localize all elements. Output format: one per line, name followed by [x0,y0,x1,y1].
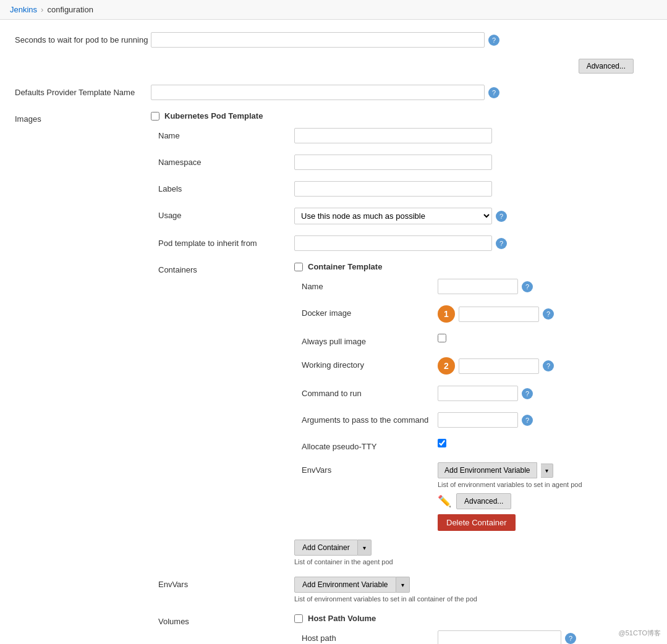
add-container-btn[interactable]: Add Container [294,540,358,556]
arguments-control: ? [438,412,652,428]
working-dir-help-icon[interactable]: ? [543,360,554,371]
images-row: Images Kubernetes Pod Template Name jnlp [15,109,652,644]
delete-container-btn[interactable]: Delete Container [438,514,516,531]
delete-container-wrap: Delete Container [438,514,582,531]
working-dir-control: 2 /home/jenkins/agent ? [438,357,652,375]
pod-template-title-text: Kubernetes Pod Template [164,111,263,121]
always-pull-row: Always pull image [302,331,652,349]
arguments-input[interactable] [438,412,518,428]
container-name-input[interactable]: jnlp [438,279,518,294]
host-path-checkbox[interactable] [294,614,303,623]
add-env-variable-btn[interactable]: Add Environment Variable [438,462,537,478]
container-bottom-actions: ✏️ Advanced... [438,493,582,509]
host-path-row: Host path /var/run/docker.sock ? [302,628,652,644]
host-path-input[interactable]: /var/run/docker.sock [438,630,561,644]
working-dir-input[interactable]: /home/jenkins/agent [459,358,539,374]
arguments-label: Arguments to pass to the command [302,412,438,425]
pod-envvars-row: EnvVars Add Environment Variable ▾ List … [158,574,652,605]
command-control: ? [438,386,652,401]
docker-image-input[interactable]: 10.0.0.185:5000/devops/jenkin [459,307,539,322]
containers-label: Containers [158,262,294,274]
breadcrumb-current: configuration [47,5,93,14]
container-name-control: jnlp ? [438,279,652,294]
always-pull-checkbox[interactable] [438,334,446,342]
allocate-tty-row: Allocate pseudo-TTY [302,436,652,454]
add-env-var-container: Add Environment Variable ▾ [438,462,582,478]
containers-content: Container Template Name jnlp ? [294,262,652,566]
usage-control: Use this node as much as possible Only b… [294,208,652,224]
container-template-fields: Name jnlp ? Docker image [302,276,652,533]
pod-envvars-control: Add Environment Variable ▾ List of envir… [294,577,477,603]
labels-input[interactable] [294,181,492,197]
defaults-provider-help-icon[interactable]: ? [488,87,499,98]
arguments-row: Arguments to pass to the command ? [302,410,652,430]
working-dir-label: Working directory [302,357,438,370]
defaults-provider-control: ? [151,85,652,100]
docker-image-row: Docker image 1 10.0.0.185:5000/devops/je… [302,303,652,325]
command-help-icon[interactable]: ? [522,388,533,399]
add-env-variable-pod-btn[interactable]: Add Environment Variable [294,577,396,593]
containers-row: Containers Container Template [158,260,652,568]
host-path-label: Host path [302,630,438,643]
add-container-arrow[interactable]: ▾ [358,540,372,556]
labels-control [294,181,652,197]
advanced-button[interactable]: Advanced... [579,59,634,74]
host-path-volume-fields: Host path /var/run/docker.sock ? Moun [302,628,652,644]
kubernetes-pod-template-section: Kubernetes Pod Template Name jnlp Namesp… [151,111,652,644]
edit-icon[interactable]: ✏️ [438,494,451,508]
host-path-help-icon[interactable]: ? [565,633,576,644]
arguments-help-icon[interactable]: ? [522,415,533,426]
defaults-provider-input[interactable] [151,85,485,100]
pod-name-control: jnlp [294,128,652,143]
breadcrumb-arrow: › [41,5,43,14]
breadcrumb-home[interactable]: Jenkins [10,5,37,14]
labels-row: Labels [158,179,652,199]
docker-image-help-icon[interactable]: ? [543,308,554,320]
container-envvars-row: EnvVars Add Environment Variable ▾ List … [302,460,652,533]
volumes-content: Host Path Volume Host path /var/run/dock… [294,614,652,644]
command-input[interactable] [438,386,518,401]
container-envvars-label: EnvVars [302,462,438,475]
container-template-checkbox[interactable] [294,263,303,271]
usage-label: Usage [158,208,294,220]
always-pull-control [438,334,652,342]
namespace-input[interactable]: devops [294,155,492,170]
add-container-btn-group: Add Container ▾ [294,540,652,556]
namespace-row: Namespace devops [158,152,652,172]
container-name-help-icon[interactable]: ? [522,281,533,292]
volumes-row: Volumes Host Path Volume [158,611,652,644]
usage-select[interactable]: Use this node as much as possible Only b… [294,208,492,224]
pod-inherit-input[interactable] [294,235,492,251]
pod-template-checkbox[interactable] [151,112,159,121]
working-dir-row: Working directory 2 /home/jenkins/agent … [302,355,652,377]
breadcrumb: Jenkins › configuration [0,0,667,20]
allocate-tty-control [438,439,652,447]
images-label: Images [15,111,151,124]
seconds-wait-control: 0 ? [151,32,652,48]
seconds-wait-input[interactable]: 0 [151,32,485,48]
docker-image-control: 1 10.0.0.185:5000/devops/jenkin ? [438,305,652,323]
badge-2: 2 [438,357,455,375]
advanced-container-btn[interactable]: Advanced... [456,493,511,509]
usage-help-icon[interactable]: ? [496,211,507,222]
defaults-provider-row: Defaults Provider Template Name ? [15,82,652,103]
k8s-pod-template-title: Kubernetes Pod Template [151,111,652,121]
host-path-volume-title-text: Host Path Volume [308,614,376,623]
pod-inherit-help-icon[interactable]: ? [496,238,507,249]
allocate-tty-checkbox[interactable] [438,439,446,447]
container-template-section: Container Template Name jnlp ? [294,262,652,533]
container-template-title-text: Container Template [308,262,382,271]
images-content: Kubernetes Pod Template Name jnlp Namesp… [151,111,652,644]
command-label: Command to run [302,386,438,398]
pod-inherit-control: ? [294,235,652,251]
seconds-wait-help-icon[interactable]: ? [488,35,499,46]
defaults-provider-label: Defaults Provider Template Name [15,85,151,97]
container-template-title: Container Template [294,262,652,271]
pod-inherit-label: Pod template to inherit from [158,235,294,248]
namespace-label: Namespace [158,155,294,167]
pod-name-input[interactable]: jnlp [294,128,492,143]
add-env-variable-arrow[interactable]: ▾ [541,464,553,478]
pod-name-row: Name jnlp [158,125,652,146]
container-name-row: Name jnlp ? [302,276,652,297]
add-env-variable-pod-arrow[interactable]: ▾ [396,577,410,593]
